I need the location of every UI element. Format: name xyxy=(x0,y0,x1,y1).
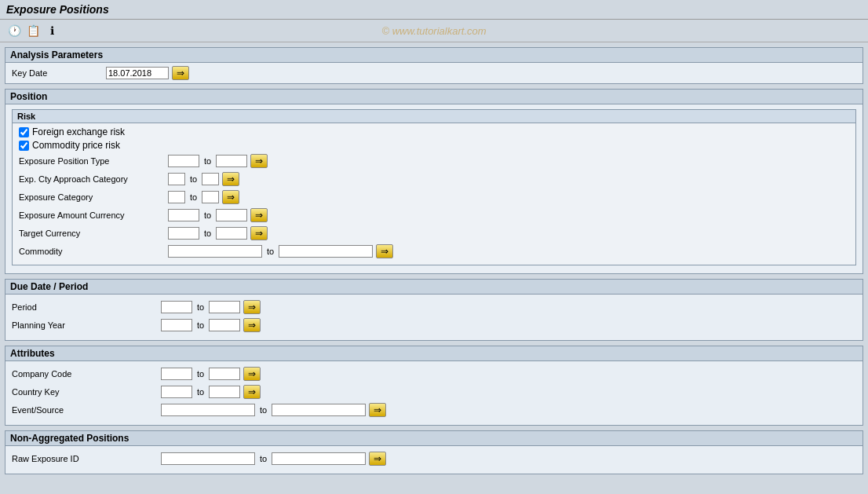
to-label-company-code: to xyxy=(197,369,204,379)
to-label-period: to xyxy=(197,302,204,312)
to-label-2: to xyxy=(190,174,197,184)
exposure-amount-currency-label: Exposure Amount Currency xyxy=(19,210,168,220)
foreign-exchange-risk-row: Foreign exchange risk xyxy=(19,126,849,137)
event-source-input-from[interactable] xyxy=(161,404,255,416)
raw-exposure-id-label: Raw Exposure ID xyxy=(12,454,161,463)
company-code-input-to[interactable] xyxy=(209,368,240,380)
risk-subsection: Risk Foreign exchange risk Commodity pri… xyxy=(12,109,856,265)
country-key-arrow-button[interactable]: ⇒ xyxy=(243,385,261,399)
to-label-1: to xyxy=(204,156,211,166)
event-source-arrow-button[interactable]: ⇒ xyxy=(369,403,386,417)
period-arrow-button[interactable]: ⇒ xyxy=(243,300,261,314)
exposure-position-type-label: Exposure Position Type xyxy=(19,156,168,166)
planning-year-input-from[interactable] xyxy=(161,319,192,331)
raw-exposure-id-input-from[interactable] xyxy=(161,452,255,465)
target-currency-input-to[interactable] xyxy=(216,227,247,240)
foreign-exchange-risk-label: Foreign exchange risk xyxy=(32,126,125,137)
exposure-position-type-row: Exposure Position Type to ⇒ xyxy=(19,153,849,169)
commodity-price-risk-label: Commodity price risk xyxy=(32,140,120,151)
key-date-input[interactable] xyxy=(106,67,169,79)
exposure-position-type-input-from[interactable] xyxy=(168,155,199,167)
exp-cty-approach-category-input-from[interactable] xyxy=(168,173,185,185)
due-date-section-title: Due Date / Period xyxy=(5,280,863,295)
country-key-input-to[interactable] xyxy=(209,386,240,398)
due-date-section: Due Date / Period Period to ⇒ Planning Y… xyxy=(5,279,863,341)
raw-exposure-id-row: Raw Exposure ID to ⇒ xyxy=(12,451,856,467)
attributes-section-title: Attributes xyxy=(5,346,863,361)
raw-exposure-id-arrow-button[interactable]: ⇒ xyxy=(369,452,386,466)
exposure-category-input-from[interactable] xyxy=(168,191,185,203)
non-aggregated-section-title: Non-Aggregated Positions xyxy=(5,431,863,446)
exp-cty-approach-category-input-to[interactable] xyxy=(202,173,219,185)
target-currency-row: Target Currency to ⇒ xyxy=(19,225,849,241)
exposure-amount-currency-input-to[interactable] xyxy=(216,209,247,221)
country-key-row: Country Key to ⇒ xyxy=(12,384,856,400)
to-label-5: to xyxy=(204,229,211,238)
exp-cty-approach-category-arrow-button[interactable]: ⇒ xyxy=(222,172,239,186)
to-label-country-key: to xyxy=(197,387,204,397)
commodity-price-risk-checkbox[interactable] xyxy=(19,141,29,151)
to-label-4: to xyxy=(204,210,211,220)
position-section: Position Risk Foreign exchange risk Comm… xyxy=(5,89,863,274)
period-label: Period xyxy=(12,302,161,312)
commodity-label: Commodity xyxy=(19,247,168,256)
planning-year-input-to[interactable] xyxy=(209,319,240,331)
clock-icon[interactable]: 🕐 xyxy=(6,23,22,38)
analysis-parameters-title: Analysis Parameters xyxy=(5,48,863,63)
key-date-row: Key Date ⇒ xyxy=(5,63,863,83)
planning-year-row: Planning Year to ⇒ xyxy=(12,317,856,333)
non-aggregated-content: Raw Exposure ID to ⇒ xyxy=(5,446,863,474)
exposure-amount-currency-row: Exposure Amount Currency to ⇒ xyxy=(19,207,849,223)
target-currency-arrow-button[interactable]: ⇒ xyxy=(250,226,268,240)
commodity-input-to[interactable] xyxy=(279,245,373,258)
raw-exposure-id-input-to[interactable] xyxy=(272,452,366,465)
analysis-parameters-section: Analysis Parameters Key Date ⇒ xyxy=(5,47,863,84)
exposure-amount-currency-input-from[interactable] xyxy=(168,209,199,221)
period-input-to[interactable] xyxy=(209,301,240,313)
to-label-planning-year: to xyxy=(197,320,204,330)
company-code-label: Company Code xyxy=(12,369,161,379)
foreign-exchange-risk-checkbox[interactable] xyxy=(19,127,29,137)
commodity-price-risk-row: Commodity price risk xyxy=(19,140,849,151)
country-key-label: Country Key xyxy=(12,387,161,397)
to-label-event-source: to xyxy=(260,405,267,415)
position-section-title: Position xyxy=(5,90,863,104)
toolbar: 🕐 📋 ℹ © www.tutorialkart.com xyxy=(0,20,868,42)
key-date-label: Key Date xyxy=(12,68,106,78)
event-source-label: Event/Source xyxy=(12,405,161,415)
commodity-input-from[interactable] xyxy=(168,245,262,258)
non-aggregated-section: Non-Aggregated Positions Raw Exposure ID… xyxy=(5,430,863,474)
exposure-category-row: Exposure Category to ⇒ xyxy=(19,189,849,205)
company-code-arrow-button[interactable]: ⇒ xyxy=(243,367,261,381)
exposure-amount-currency-arrow-button[interactable]: ⇒ xyxy=(250,208,268,222)
exposure-category-arrow-button[interactable]: ⇒ xyxy=(222,190,239,204)
key-date-arrow-button[interactable]: ⇒ xyxy=(172,66,189,80)
country-key-input-from[interactable] xyxy=(161,386,192,398)
watermark: © www.tutorialkart.com xyxy=(381,25,486,37)
commodity-arrow-button[interactable]: ⇒ xyxy=(376,244,393,258)
attributes-section: Attributes Company Code to ⇒ Country Key… xyxy=(5,346,863,426)
company-code-row: Company Code to ⇒ xyxy=(12,366,856,382)
exposure-position-type-input-to[interactable] xyxy=(216,155,247,167)
exposure-category-input-to[interactable] xyxy=(202,191,219,203)
title-bar: Exposure Positions xyxy=(0,0,868,20)
exp-cty-approach-category-row: Exp. Cty Approach Category to ⇒ xyxy=(19,171,849,187)
main-content: Analysis Parameters Key Date ⇒ Position … xyxy=(0,42,868,484)
target-currency-label: Target Currency xyxy=(19,229,168,238)
exposure-category-label: Exposure Category xyxy=(19,192,168,202)
event-source-row: Event/Source to ⇒ xyxy=(12,402,856,418)
attributes-content: Company Code to ⇒ Country Key to ⇒ Event… xyxy=(5,361,863,425)
exposure-position-type-arrow-button[interactable]: ⇒ xyxy=(250,154,268,168)
due-date-content: Period to ⇒ Planning Year to ⇒ xyxy=(5,295,863,340)
copy-icon[interactable]: 📋 xyxy=(25,23,41,38)
info-icon[interactable]: ℹ xyxy=(44,23,60,38)
position-content: Risk Foreign exchange risk Commodity pri… xyxy=(5,104,863,273)
commodity-row: Commodity to ⇒ xyxy=(19,243,849,259)
event-source-input-to[interactable] xyxy=(272,404,366,416)
period-row: Period to ⇒ xyxy=(12,299,856,315)
to-label-3: to xyxy=(190,192,197,202)
company-code-input-from[interactable] xyxy=(161,368,192,380)
period-input-from[interactable] xyxy=(161,301,192,313)
planning-year-arrow-button[interactable]: ⇒ xyxy=(243,318,261,332)
target-currency-input-from[interactable] xyxy=(168,227,199,240)
